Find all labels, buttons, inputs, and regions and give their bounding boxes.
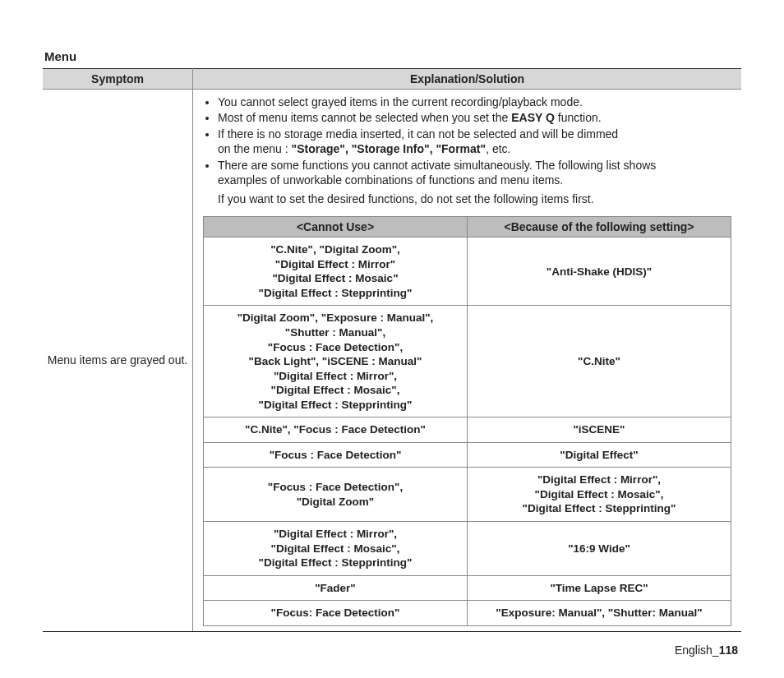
cell-cannot: "Focus : Face Detection" (204, 442, 468, 468)
b3-l2-post: , etc. (486, 142, 510, 155)
cell-cannot: "Focus : Face Detection", "Digital Zoom" (204, 468, 468, 522)
cell-because: "Digital Effect : Mirror", "Digital Effe… (468, 468, 731, 522)
cell-because: "C.Nite" (468, 306, 731, 417)
b4-l1: There are some functions you cannot acti… (218, 159, 656, 172)
cell-because: "iSCENE" (468, 417, 731, 443)
after-bullets: If you want to set the desired functions… (193, 191, 741, 213)
bullet-3: If there is no storage media inserted, i… (218, 127, 731, 157)
bullet-1: You cannot select grayed items in the cu… (218, 95, 731, 109)
cell-cannot: "Focus: Face Detection" (204, 601, 468, 626)
footer-lang: English_ (675, 643, 719, 657)
cell-cannot: "Digital Effect : Mirror", "Digital Effe… (204, 522, 468, 576)
cell-because: "Exposure: Manual", "Shutter: Manual" (468, 601, 731, 626)
troubleshooting-table: Symptom Explanation/Solution Menu items … (43, 68, 741, 632)
cell-because: "16:9 Wide" (468, 522, 731, 576)
cell-cannot: "Digital Zoom", "Exposure : Manual", "Sh… (204, 306, 468, 417)
table-row: "C.Nite", "Digital Zoom", "Digital Effec… (204, 238, 731, 306)
bullet-4: There are some functions you cannot acti… (218, 158, 731, 188)
symptom-text: Menu items are grayed out. (48, 353, 187, 367)
table-row: "Digital Effect : Mirror", "Digital Effe… (204, 522, 731, 576)
table-row: "Focus : Face Detection" "Digital Effect… (204, 442, 731, 468)
cell-because: "Time Lapse REC" (468, 575, 731, 601)
footer-page: 118 (719, 643, 738, 657)
cell-cannot: "Fader" (204, 575, 468, 601)
explanation-bullets: You cannot select grayed items in the cu… (193, 95, 741, 188)
cell-because: "Anti-Shake (HDIS)" (468, 238, 731, 306)
bullet-2: Most of menu items cannot be selected wh… (218, 110, 731, 125)
b3-l2-bold: "Storage", "Storage Info", "Format" (292, 142, 487, 155)
header-symptom: Symptom (43, 69, 193, 90)
inner-header-because: <Because of the following setting> (468, 217, 731, 238)
table-row: "C.Nite", "Focus : Face Detection" "iSCE… (204, 417, 731, 443)
section-title: Menu (44, 49, 741, 63)
cell-cannot: "C.Nite", "Digital Zoom", "Digital Effec… (204, 238, 468, 306)
cell-cannot: "C.Nite", "Focus : Face Detection" (204, 417, 468, 443)
b3-l2-pre: on the menu : (218, 142, 292, 155)
b2-pre: Most of menu items cannot be selected wh… (218, 111, 511, 124)
explanation-cell: You cannot select grayed items in the cu… (193, 90, 742, 632)
combination-table: <Cannot Use> <Because of the following s… (203, 216, 731, 625)
table-row: "Fader" "Time Lapse REC" (204, 575, 731, 601)
symptom-cell: Menu items are grayed out. (43, 90, 193, 632)
inner-header-cannot: <Cannot Use> (204, 217, 468, 238)
table-row: "Focus : Face Detection", "Digital Zoom"… (204, 468, 731, 522)
header-explanation: Explanation/Solution (193, 69, 742, 90)
table-row: "Digital Zoom", "Exposure : Manual", "Sh… (204, 306, 731, 417)
b4-l2: examples of unworkable combinations of f… (218, 173, 563, 187)
b2-post: function. (555, 111, 602, 124)
b2-bold: EASY Q (511, 111, 555, 124)
cell-because: "Digital Effect" (468, 442, 731, 468)
manual-page: Menu Symptom Explanation/Solution Menu i… (0, 0, 784, 678)
table-row: "Focus: Face Detection" "Exposure: Manua… (204, 601, 731, 626)
page-footer: English_118 (43, 632, 741, 657)
b3-l1: If there is no storage media inserted, i… (218, 127, 618, 141)
